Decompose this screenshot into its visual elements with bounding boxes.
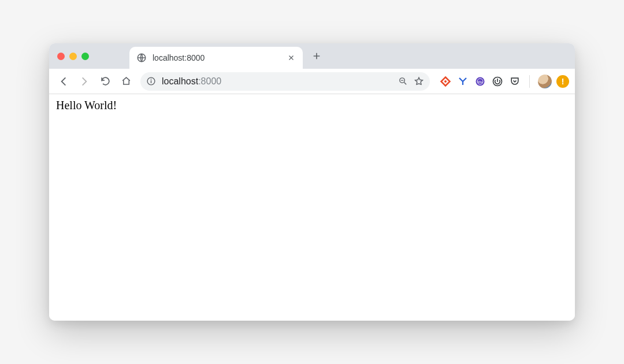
extension-badge-icon[interactable]: Ws [474, 75, 486, 88]
forward-button[interactable] [76, 73, 93, 90]
address-bar[interactable]: localhost:8000 [140, 72, 430, 91]
svg-point-3 [151, 79, 152, 80]
pocket-icon[interactable] [508, 75, 521, 88]
reload-button[interactable] [96, 73, 114, 90]
extension-diamond-icon[interactable] [439, 75, 452, 88]
update-alert-badge[interactable]: ! [556, 75, 569, 88]
window-controls [57, 53, 89, 60]
alert-badge-label: ! [562, 77, 564, 86]
tab-strip: localhost:8000 [49, 43, 575, 69]
url-text: localhost:8000 [162, 76, 392, 87]
url-host: localhost [162, 76, 198, 86]
window-zoom-button[interactable] [81, 53, 89, 60]
svg-point-5 [444, 80, 447, 83]
browser-window: localhost:8000 [49, 43, 575, 321]
page-viewport: Hello World! [49, 94, 575, 321]
window-close-button[interactable] [57, 53, 65, 60]
browser-tab[interactable]: localhost:8000 [129, 47, 303, 69]
globe-icon [136, 53, 147, 63]
svg-text:Ws: Ws [478, 80, 483, 83]
zoom-icon[interactable] [398, 76, 408, 86]
profile-avatar[interactable] [538, 75, 552, 88]
new-tab-button[interactable] [309, 48, 325, 64]
site-info-icon[interactable] [146, 76, 156, 86]
toolbar-divider [529, 75, 530, 88]
home-button[interactable] [117, 73, 135, 90]
extension-power-icon[interactable] [491, 75, 504, 88]
extensions-row: Ws ! [439, 75, 569, 88]
toolbar: localhost:8000 [49, 69, 575, 94]
close-tab-button[interactable] [287, 53, 296, 62]
page-body-text: Hello World! [56, 99, 117, 112]
window-minimize-button[interactable] [69, 53, 77, 60]
extension-y-icon[interactable] [456, 75, 469, 88]
bookmark-star-icon[interactable] [414, 76, 424, 87]
back-button[interactable] [55, 73, 72, 90]
tab-title: localhost:8000 [153, 53, 281, 62]
url-port: :8000 [198, 76, 221, 86]
